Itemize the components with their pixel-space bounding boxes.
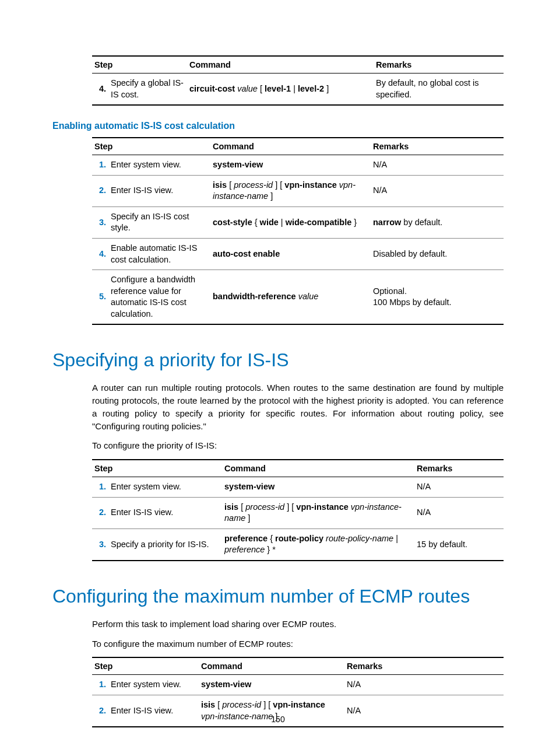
step-text: Enter IS-IS view. [108,175,210,206]
table-row: 4.Enable automatic IS-IS cost calculatio… [92,238,504,270]
heading-ecmp: Configuring the maximum number of ECMP r… [52,586,504,607]
command-text: system-view [222,477,414,498]
step-text: Enable automatic IS-IS cost calculation. [108,238,210,270]
col-command: Command [199,657,344,675]
command-text: system-view [210,155,371,176]
remarks-text: N/A [414,477,504,498]
step-text: Enter system view. [108,477,222,498]
step-number: 4. [92,74,108,106]
para-ecmp-lead: To configure the maximum number of ECMP … [92,638,504,650]
col-command: Command [187,56,374,74]
command-text: bandwidth-reference value [210,270,371,325]
remarks-text: Optional.100 Mbps by default. [371,270,504,325]
command-text: system-view [199,675,344,695]
step-text: Specify a priority for IS-IS. [108,528,222,561]
table-row: 1.Enter system view.system-viewN/A [92,477,504,498]
table-row: 2.Enter IS-IS view.isis [ process-id ] [… [92,175,504,206]
remarks-text: narrow by default. [371,206,504,238]
col-remarks: Remarks [344,657,504,675]
page: Step Command Remarks 4.Specify a global … [0,0,556,756]
step-number: 5. [92,270,108,325]
col-remarks: Remarks [374,56,504,74]
table-row: 2.Enter IS-IS view.isis [ process-id ] [… [92,497,504,528]
table-row: 4.Specify a global IS-IS cost.circuit-co… [92,74,504,106]
command-text: circuit-cost value [ level-1 | level-2 ] [187,74,374,106]
para-ecmp-intro: Perform this task to implement load shar… [92,618,504,631]
section-heading-auto-cost: Enabling automatic IS-IS cost calculatio… [52,121,504,131]
step-number: 1. [92,155,108,176]
remarks-text: Disabled by default. [371,238,504,270]
heading-priority: Specifying a priority for IS-IS [52,349,504,371]
step-text: Specify an IS-IS cost style. [108,206,210,238]
step-number: 4. [92,238,108,270]
step-number: 1. [92,477,108,498]
table1-body: 4.Specify a global IS-IS cost.circuit-co… [92,74,504,106]
table-row: 3.Specify an IS-IS cost style.cost-style… [92,206,504,238]
remarks-text: N/A [371,175,504,206]
command-text: auto-cost enable [210,238,371,270]
col-command: Command [222,460,414,477]
step-text: Specify a global IS-IS cost. [108,74,187,106]
step-number: 3. [92,528,108,561]
table3-body: 1.Enter system view.system-viewN/A2.Ente… [92,477,504,561]
table-row: 3.Specify a priority for IS-IS.preferenc… [92,528,504,561]
content-area: Step Command Remarks 4.Specify a global … [92,55,504,727]
command-text: isis [ process-id ] [ vpn-instance vpn-i… [222,497,414,528]
command-text: cost-style { wide | wide-compatible } [210,206,371,238]
page-number: 150 [0,715,556,724]
col-remarks: Remarks [371,138,504,155]
col-step: Step [92,460,222,477]
table-row: 5.Configure a bandwidth reference value … [92,270,504,325]
table-priority: Step Command Remarks 1.Enter system view… [92,459,504,561]
table-row: 1.Enter system view.system-viewN/A [92,675,504,695]
step-text: Enter IS-IS view. [108,497,222,528]
step-number: 1. [92,675,108,695]
col-step: Step [92,138,210,155]
table-row: 1.Enter system view.system-viewN/A [92,155,504,176]
step-text: Enter system view. [108,675,199,695]
step-text: Enter system view. [108,155,210,176]
col-step: Step [92,56,187,74]
remarks-text: N/A [414,497,504,528]
step-number: 3. [92,206,108,238]
table-auto-cost: Step Command Remarks 1.Enter system view… [92,137,504,325]
table-global-cost: Step Command Remarks 4.Specify a global … [92,55,504,106]
command-text: isis [ process-id ] [ vpn-instance vpn-i… [210,175,371,206]
step-number: 2. [92,175,108,206]
step-number: 2. [92,497,108,528]
table2-body: 1.Enter system view.system-viewN/A2.Ente… [92,155,504,325]
col-command: Command [210,138,371,155]
remarks-text: By default, no global cost is specified. [374,74,504,106]
step-text: Configure a bandwidth reference value fo… [108,270,210,325]
remarks-text: N/A [371,155,504,176]
remarks-text: N/A [344,675,504,695]
col-remarks: Remarks [414,460,504,477]
para-priority-intro: A router can run multiple routing protoc… [92,382,504,432]
para-priority-lead: To configure the priority of IS-IS: [92,439,504,452]
command-text: preference { route-policy route-policy-n… [222,528,414,561]
col-step: Step [92,657,199,675]
remarks-text: 15 by default. [414,528,504,561]
